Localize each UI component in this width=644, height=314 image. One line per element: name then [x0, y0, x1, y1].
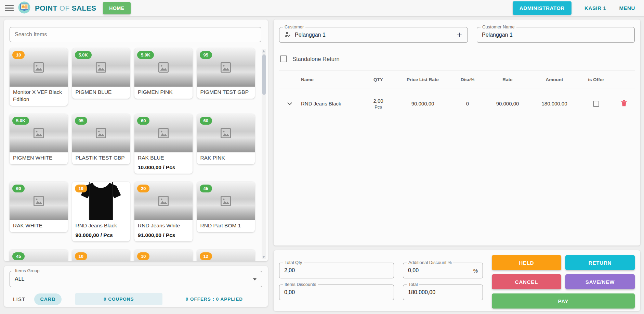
items-group-select[interactable]: Items Group ALL: [10, 271, 262, 287]
standalone-return-checkbox[interactable]: [280, 55, 287, 62]
row-discount-pct: 0: [450, 101, 485, 106]
add-customer-button[interactable]: +: [456, 30, 463, 40]
item-image: 5.0K: [134, 48, 193, 87]
app-title: POINT OF SALES: [35, 4, 96, 12]
coupons-button[interactable]: 0 COUPONS: [75, 293, 162, 305]
item-name: RND Jeans White: [134, 220, 193, 232]
item-name: Monitor X VEF Black Edition: [10, 87, 68, 106]
menu-button[interactable]: MENU: [619, 5, 635, 11]
image-placeholder-icon: [156, 126, 171, 140]
pos-logo-icon: [18, 1, 31, 15]
scrollbar-thumb[interactable]: [262, 54, 266, 95]
stock-badge: 60: [137, 117, 149, 125]
item-image: 12: [197, 250, 255, 261]
item-card[interactable]: 10 Monitor X VEF Black Edition: [10, 48, 68, 106]
item-name: PIGMEN BLUE: [72, 87, 130, 99]
cashier-button[interactable]: KASIR 1: [584, 5, 606, 11]
item-card[interactable]: 45: [10, 250, 68, 261]
offers-button[interactable]: 0 OFFERS : 0 APPLIED: [186, 297, 243, 302]
stock-badge: 12: [200, 252, 212, 260]
view-toggle-row: LIST CARD 0 COUPONS 0 OFFERS : 0 APPLIED: [10, 293, 262, 305]
item-card[interactable]: 5.0K PIGMEN PINK: [134, 48, 193, 99]
item-card[interactable]: 60 RAK BLUE 10.000,00 / Pcs: [134, 114, 193, 174]
pay-button[interactable]: PAY: [492, 293, 635, 309]
item-card[interactable]: 95 PIGMEN TEST GBP: [197, 48, 255, 99]
stock-badge: 10: [75, 252, 87, 260]
expand-row-button[interactable]: [286, 100, 293, 108]
item-image: 5.0K: [72, 48, 130, 87]
scroll-down-icon[interactable]: [262, 255, 266, 259]
topbar: POINT OF SALES HOME ADMINISTRATOR KASIR …: [0, 0, 644, 16]
item-name: RAK WHITE: [10, 220, 68, 232]
stock-badge: 95: [200, 51, 212, 59]
item-name: PIGMEN WHITE: [10, 152, 68, 164]
item-image: 10: [134, 250, 193, 261]
image-placeholder-icon: [218, 60, 234, 75]
stock-badge: 5.0K: [12, 117, 29, 125]
image-placeholder-icon: [31, 60, 47, 75]
is-offer-checkbox[interactable]: [593, 101, 599, 107]
row-uom: Pcs: [361, 104, 395, 110]
item-card[interactable]: 60 RAK PINK: [197, 114, 255, 164]
trash-icon: [620, 99, 628, 107]
item-card[interactable]: 45 RND Part BOM 1: [197, 182, 255, 232]
delete-row-button[interactable]: [619, 99, 629, 109]
save-new-button[interactable]: SAVE/NEW: [565, 274, 635, 289]
pos-app: POINT OF SALES HOME ADMINISTRATOR KASIR …: [0, 0, 644, 314]
items-group-value: ALL: [15, 276, 24, 282]
item-card[interactable]: 12: [197, 250, 255, 261]
items-group-panel: Items Group ALL LIST CARD 0 COUPONS 0 OF…: [4, 266, 268, 307]
item-card[interactable]: 10: [134, 250, 193, 261]
item-image: 10: [10, 48, 68, 87]
item-name: PIGMEN PINK: [134, 87, 193, 99]
list-view-toggle[interactable]: LIST: [13, 296, 25, 302]
items-group-label: Items Group: [13, 268, 41, 274]
home-button[interactable]: HOME: [103, 2, 130, 14]
item-name: RND Part BOM 1: [197, 220, 255, 232]
item-image: 19: [72, 182, 130, 220]
item-image: 60: [134, 114, 193, 152]
item-card[interactable]: 60 RAK WHITE: [10, 182, 68, 232]
image-placeholder-icon: [31, 194, 47, 208]
hamburger-menu-icon[interactable]: [5, 3, 14, 13]
administrator-button[interactable]: ADMINISTRATOR: [513, 1, 571, 15]
image-placeholder-icon: [156, 194, 171, 208]
cancel-button[interactable]: CANCEL: [492, 274, 561, 289]
additional-discount-field[interactable]: Additional Discount % 0,00 %: [403, 263, 483, 278]
totals-panel: Total Qty 2,00 Additional Discount % 0,0…: [274, 250, 640, 311]
item-card[interactable]: 20 RND Jeans White 91.000,00 / Pcs: [134, 182, 193, 241]
items-scrollbar[interactable]: [262, 49, 266, 259]
item-image: 5.0K: [10, 114, 68, 152]
search-input[interactable]: [10, 27, 261, 42]
item-name: RAK BLUE: [134, 152, 193, 164]
percent-suffix: %: [473, 268, 478, 274]
item-image: 60: [10, 182, 68, 220]
item-name: RAK PINK: [197, 152, 255, 164]
scroll-up-icon[interactable]: [262, 49, 266, 53]
item-name: RND Jeans Black: [72, 220, 130, 232]
item-card[interactable]: 95 PLASTIK TEST GBP: [72, 114, 130, 164]
item-price: 91.000,00 / Pcs: [134, 232, 193, 241]
return-button[interactable]: RETURN: [565, 255, 635, 270]
item-card[interactable]: 5.0K PIGMEN WHITE: [10, 114, 68, 164]
item-image: 95: [197, 48, 255, 87]
row-qty: 2,00 Pcs: [361, 98, 395, 110]
row-item-name: RND Jeans Black: [300, 101, 361, 106]
item-image: 45: [197, 182, 255, 220]
total-field: Total 180.000,00: [403, 285, 483, 300]
customer-select[interactable]: Customer Pelanggan 1 +: [279, 27, 468, 43]
stock-badge: 5.0K: [75, 51, 92, 59]
customer-value: Pelanggan 1: [295, 32, 326, 38]
item-card[interactable]: 19 RND Jeans Black 90.000,00 / Pcs: [72, 182, 130, 241]
card-view-toggle[interactable]: CARD: [34, 293, 61, 305]
stock-badge: 95: [75, 117, 87, 125]
customer-name-input[interactable]: Customer Name Pelanggan 1: [477, 27, 635, 43]
item-card[interactable]: 5.0K PIGMEN BLUE: [72, 48, 130, 99]
item-card[interactable]: 10: [72, 250, 130, 261]
image-placeholder-icon: [93, 60, 109, 75]
held-button[interactable]: HELD: [492, 255, 561, 270]
item-price: 90.000,00 / Pcs: [72, 232, 130, 241]
customer-name-value: Pelanggan 1: [482, 32, 513, 38]
row-amount: 180.000,00: [530, 101, 579, 106]
stock-badge: 45: [200, 185, 212, 192]
